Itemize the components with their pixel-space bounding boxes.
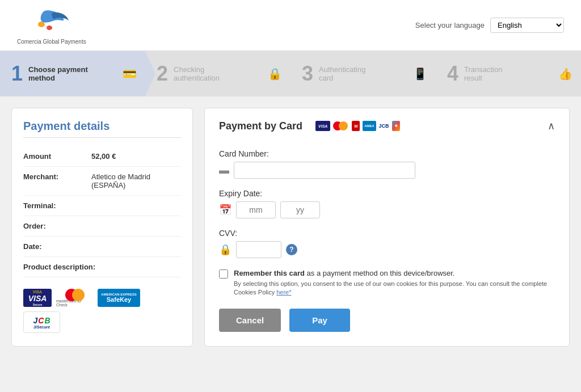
panel-header: Payment by Card VISA M AMEX JCB ★ ∧: [219, 120, 555, 138]
payment-details-panel: Payment details Amount 52,00 € Merchant:…: [11, 108, 193, 347]
detail-amount-value: 52,00 €: [91, 152, 116, 161]
jcb-logo-wrapper: J C B J/Secure: [23, 311, 181, 333]
logo-icon: [29, 6, 74, 37]
cvv-input-area: 🔒 ?: [219, 241, 555, 258]
expiry-yy-input[interactable]: [280, 201, 320, 218]
jcb-logo: J C B J/Secure: [23, 311, 60, 333]
card-number-group: Card Number: ▬: [219, 149, 555, 179]
step-1-subtitle: method: [28, 74, 88, 82]
detail-row-date: Date:: [23, 237, 181, 257]
cvv-label: CVV:: [219, 229, 555, 238]
detail-merchant-label: Merchant:: [23, 172, 91, 181]
card-number-label: Card Number:: [219, 149, 555, 158]
step-3-title: Authenticating: [319, 65, 365, 74]
card-number-input-area: ▬: [219, 162, 555, 179]
language-label: Select your language: [415, 21, 485, 29]
step-2-number: 2: [157, 64, 168, 84]
step-4: 4 Transaction result 👍: [436, 51, 581, 96]
step-2-text: Checking authentication: [174, 65, 220, 82]
step-4-title: Transaction: [464, 65, 502, 74]
detail-amount-label: Amount: [23, 152, 91, 161]
detail-terminal-label: Terminal:: [23, 201, 91, 210]
step-2-icon: 🔒: [268, 67, 282, 81]
step-4-subtitle: result: [464, 74, 502, 82]
remember-card-text: Remember this card as a payment method o…: [234, 268, 555, 297]
remember-card-row: Remember this card as a payment method o…: [219, 268, 555, 297]
step-1-icon: 💳: [123, 67, 137, 81]
card-number-input[interactable]: [234, 162, 415, 179]
lock-icon: 🔒: [219, 243, 231, 256]
mini-maestro-logo: M: [352, 121, 360, 131]
detail-row-order: Order:: [23, 216, 181, 237]
payment-details-title: Payment details: [23, 120, 181, 138]
visa-logo: VISA VISA Secure: [23, 289, 52, 307]
steps-bar: 1 Choose payment method 💳 2 Checking aut…: [0, 51, 581, 96]
cvv-help-icon[interactable]: ?: [286, 244, 297, 255]
mini-amex-logo: AMEX: [363, 121, 376, 131]
cookies-policy-link[interactable]: here*: [276, 289, 291, 296]
expiry-mm-input[interactable]: [236, 201, 276, 218]
header: Comercia Global Payments Select your lan…: [0, 0, 581, 51]
card-mini-logos: VISA M AMEX JCB ★: [315, 121, 400, 131]
detail-merchant-value: Atletico de Madrid (ESPAÑA): [91, 172, 181, 189]
remember-bold: Remember this card: [234, 269, 305, 277]
svg-point-0: [38, 22, 45, 27]
card-input-icon: ▬: [219, 165, 229, 176]
amex-logo: AMERICAN EXPRESS SafeKey: [98, 289, 140, 307]
logo-text: Comercia Global Payments: [17, 39, 86, 45]
pay-button[interactable]: Pay: [289, 309, 350, 332]
remember-text-main: Remember this card as a payment method o…: [234, 269, 454, 277]
language-select[interactable]: English Spanish French German: [490, 18, 564, 33]
mini-mc-logo: [333, 121, 349, 131]
step-3-icon: 📱: [413, 67, 427, 81]
step-2-title: Checking: [174, 65, 220, 74]
step-1-number: 1: [11, 64, 23, 84]
expiry-date-label: Expiry Date:: [219, 189, 555, 198]
mastercard-logo: mastercard ID Check: [56, 289, 93, 307]
language-area: Select your language English Spanish Fre…: [415, 18, 564, 33]
action-buttons: Cancel Pay: [219, 309, 555, 332]
collapse-button[interactable]: ∧: [548, 120, 555, 132]
detail-order-label: Order:: [23, 222, 91, 230]
panel-title: Payment by Card: [219, 120, 302, 132]
payment-card-panel: Payment by Card VISA M AMEX JCB ★ ∧ Card…: [204, 108, 570, 347]
remember-card-checkbox[interactable]: [219, 269, 228, 279]
detail-row-terminal: Terminal:: [23, 196, 181, 216]
detail-row-product: Product description:: [23, 257, 181, 277]
card-logos-bottom: VISA VISA Secure mastercard ID Check AME…: [23, 289, 181, 307]
step-3-number: 3: [302, 64, 313, 84]
expiry-inputs-area: 📅: [219, 201, 555, 218]
step-4-icon: 👍: [558, 67, 572, 81]
step-3-subtitle: card: [319, 74, 365, 82]
step-1: 1 Choose payment method 💳: [0, 51, 145, 96]
remember-rest: as a payment method on this device/brows…: [305, 269, 454, 277]
panel-title-area: Payment by Card VISA M AMEX JCB ★: [219, 120, 400, 132]
svg-point-1: [47, 26, 52, 30]
step-2: 2 Checking authentication 🔒: [145, 51, 290, 96]
cvv-input[interactable]: [236, 241, 281, 258]
mini-jcb-logo: JCB: [379, 121, 389, 131]
expiry-date-group: Expiry Date: 📅: [219, 189, 555, 218]
cancel-button[interactable]: Cancel: [219, 309, 281, 332]
step-3: 3 Authenticating card 📱: [290, 51, 436, 96]
step-4-text: Transaction result: [464, 65, 502, 82]
step-3-text: Authenticating card: [319, 65, 365, 82]
step-1-title: Choose payment: [28, 65, 88, 74]
cvv-group: CVV: 🔒 ?: [219, 229, 555, 258]
detail-row-amount: Amount 52,00 €: [23, 146, 181, 167]
step-1-text: Choose payment method: [28, 65, 88, 82]
step-2-subtitle: authentication: [174, 74, 220, 82]
mini-visa-logo: VISA: [315, 121, 330, 131]
detail-product-label: Product description:: [23, 263, 95, 271]
detail-row-merchant: Merchant: Atletico de Madrid (ESPAÑA): [23, 167, 181, 196]
main-content: Payment details Amount 52,00 € Merchant:…: [0, 96, 581, 358]
mini-other-logo: ★: [392, 121, 400, 131]
calendar-icon: 📅: [219, 204, 231, 216]
remember-small-text: By selecting this option, you consent to…: [234, 280, 555, 297]
logo-area: Comercia Global Payments: [17, 6, 86, 45]
step-4-number: 4: [447, 64, 458, 84]
detail-date-label: Date:: [23, 242, 91, 251]
